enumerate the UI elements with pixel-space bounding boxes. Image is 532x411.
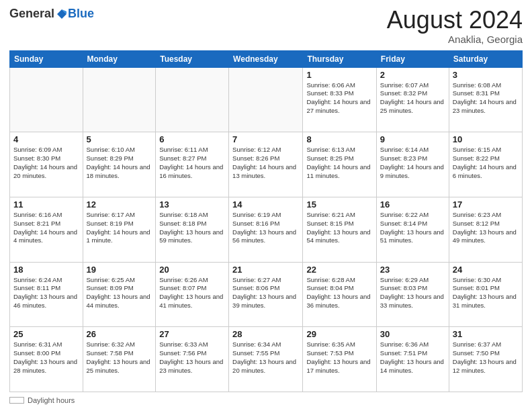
day-number: 9 [380,134,445,144]
day-info: Sunrise: 6:07 AM Sunset: 8:32 PM Dayligh… [380,81,445,116]
day-cell: 14Sunrise: 6:19 AM Sunset: 8:16 PM Dayli… [229,197,303,262]
day-cell: 13Sunrise: 6:18 AM Sunset: 8:18 PM Dayli… [156,197,229,262]
day-info: Sunrise: 6:16 AM Sunset: 8:21 PM Dayligh… [13,211,79,245]
header: General Blue August 2024 Anaklia, Georgi… [9,7,523,45]
location-title: Anaklia, Georgia [387,34,523,45]
day-info: Sunrise: 6:18 AM Sunset: 8:18 PM Dayligh… [159,211,225,245]
day-cell [156,67,229,132]
day-number: 13 [159,199,225,210]
day-info: Sunrise: 6:08 AM Sunset: 8:31 PM Dayligh… [453,81,519,116]
day-number: 15 [306,199,372,210]
day-number: 7 [232,134,299,144]
day-number: 17 [453,199,519,210]
header-row: SundayMondayTuesdayWednesdayThursdayFrid… [10,50,523,67]
day-number: 27 [159,329,225,339]
day-cell: 2Sunrise: 6:07 AM Sunset: 8:32 PM Daylig… [376,67,449,132]
day-cell: 9Sunrise: 6:14 AM Sunset: 8:23 PM Daylig… [376,132,449,197]
day-info: Sunrise: 6:33 AM Sunset: 7:56 PM Dayligh… [159,340,225,375]
logo-text: General Blue [9,7,94,21]
day-info: Sunrise: 6:22 AM Sunset: 8:14 PM Dayligh… [380,211,445,245]
day-info: Sunrise: 6:10 AM Sunset: 8:29 PM Dayligh… [87,146,152,180]
title-block: August 2024 Anaklia, Georgia [387,7,523,45]
day-cell: 1Sunrise: 6:06 AM Sunset: 8:33 PM Daylig… [303,67,376,132]
day-cell [229,67,303,132]
day-cell: 8Sunrise: 6:13 AM Sunset: 8:25 PM Daylig… [303,132,376,197]
col-header-tuesday: Tuesday [156,50,229,67]
week-row-2: 4Sunrise: 6:09 AM Sunset: 8:30 PM Daylig… [10,132,523,197]
day-cell: 11Sunrise: 6:16 AM Sunset: 8:21 PM Dayli… [10,197,83,262]
day-cell: 16Sunrise: 6:22 AM Sunset: 8:14 PM Dayli… [376,197,449,262]
day-cell: 17Sunrise: 6:23 AM Sunset: 8:12 PM Dayli… [449,197,522,262]
day-info: Sunrise: 6:29 AM Sunset: 8:03 PM Dayligh… [380,276,445,310]
day-info: Sunrise: 6:06 AM Sunset: 8:33 PM Dayligh… [306,81,372,116]
day-info: Sunrise: 6:17 AM Sunset: 8:19 PM Dayligh… [87,211,152,245]
day-number: 19 [87,265,152,275]
day-info: Sunrise: 6:23 AM Sunset: 8:12 PM Dayligh… [453,211,519,245]
day-info: Sunrise: 6:37 AM Sunset: 7:50 PM Dayligh… [453,340,519,375]
day-number: 5 [87,134,152,144]
day-info: Sunrise: 6:12 AM Sunset: 8:26 PM Dayligh… [232,146,299,180]
day-number: 22 [306,265,372,275]
day-number: 29 [306,329,372,339]
logo-icon [56,8,68,20]
day-number: 18 [13,265,79,275]
day-cell: 6Sunrise: 6:11 AM Sunset: 8:27 PM Daylig… [156,132,229,197]
day-cell: 20Sunrise: 6:26 AM Sunset: 8:07 PM Dayli… [156,262,229,327]
logo: General Blue [9,7,94,21]
day-cell: 23Sunrise: 6:29 AM Sunset: 8:03 PM Dayli… [376,262,449,327]
day-cell: 29Sunrise: 6:35 AM Sunset: 7:53 PM Dayli… [303,327,376,392]
day-cell [83,67,156,132]
day-cell: 27Sunrise: 6:33 AM Sunset: 7:56 PM Dayli… [156,327,229,392]
day-cell: 22Sunrise: 6:28 AM Sunset: 8:04 PM Dayli… [303,262,376,327]
day-number: 20 [159,265,225,275]
footer-label: Daylight hours [28,396,75,404]
day-info: Sunrise: 6:27 AM Sunset: 8:06 PM Dayligh… [232,276,299,310]
day-number: 25 [13,329,79,339]
day-info: Sunrise: 6:30 AM Sunset: 8:01 PM Dayligh… [453,276,519,310]
day-info: Sunrise: 6:11 AM Sunset: 8:27 PM Dayligh… [159,146,225,180]
week-row-1: 1Sunrise: 6:06 AM Sunset: 8:33 PM Daylig… [10,67,523,132]
day-info: Sunrise: 6:19 AM Sunset: 8:16 PM Dayligh… [232,211,299,245]
day-number: 28 [232,329,299,339]
day-info: Sunrise: 6:14 AM Sunset: 8:23 PM Dayligh… [380,146,445,180]
day-info: Sunrise: 6:35 AM Sunset: 7:53 PM Dayligh… [306,340,372,375]
day-number: 23 [380,265,445,275]
day-number: 21 [232,265,299,275]
day-info: Sunrise: 6:25 AM Sunset: 8:09 PM Dayligh… [87,276,152,310]
day-number: 2 [380,70,445,80]
week-row-4: 18Sunrise: 6:24 AM Sunset: 8:11 PM Dayli… [10,262,523,327]
month-title: August 2024 [387,7,523,34]
day-info: Sunrise: 6:24 AM Sunset: 8:11 PM Dayligh… [13,276,79,310]
daylight-swatch [9,397,24,404]
day-number: 31 [453,329,519,339]
day-number: 6 [159,134,225,144]
day-cell: 18Sunrise: 6:24 AM Sunset: 8:11 PM Dayli… [10,262,83,327]
day-number: 30 [380,329,445,339]
day-info: Sunrise: 6:28 AM Sunset: 8:04 PM Dayligh… [306,276,372,310]
footer: Daylight hours [9,396,523,404]
day-cell: 21Sunrise: 6:27 AM Sunset: 8:06 PM Dayli… [229,262,303,327]
day-number: 8 [306,134,372,144]
day-info: Sunrise: 6:13 AM Sunset: 8:25 PM Dayligh… [306,146,372,180]
day-info: Sunrise: 6:36 AM Sunset: 7:51 PM Dayligh… [380,340,445,375]
day-info: Sunrise: 6:21 AM Sunset: 8:15 PM Dayligh… [306,211,372,245]
day-cell: 24Sunrise: 6:30 AM Sunset: 8:01 PM Dayli… [449,262,522,327]
day-info: Sunrise: 6:34 AM Sunset: 7:55 PM Dayligh… [232,340,299,375]
day-cell: 30Sunrise: 6:36 AM Sunset: 7:51 PM Dayli… [376,327,449,392]
col-header-monday: Monday [83,50,156,67]
week-row-5: 25Sunrise: 6:31 AM Sunset: 8:00 PM Dayli… [10,327,523,392]
svg-marker-0 [57,9,66,19]
day-number: 3 [453,70,519,80]
col-header-friday: Friday [376,50,449,67]
calendar-table: SundayMondayTuesdayWednesdayThursdayFrid… [9,50,523,392]
day-number: 14 [232,199,299,210]
day-cell [10,67,83,132]
day-number: 11 [13,199,79,210]
day-number: 10 [453,134,519,144]
page: General Blue August 2024 Anaklia, Georgi… [0,0,532,411]
day-cell: 26Sunrise: 6:32 AM Sunset: 7:58 PM Dayli… [83,327,156,392]
day-cell: 12Sunrise: 6:17 AM Sunset: 8:19 PM Dayli… [83,197,156,262]
logo-blue: Blue [68,7,94,21]
col-header-thursday: Thursday [303,50,376,67]
day-number: 1 [306,70,372,80]
